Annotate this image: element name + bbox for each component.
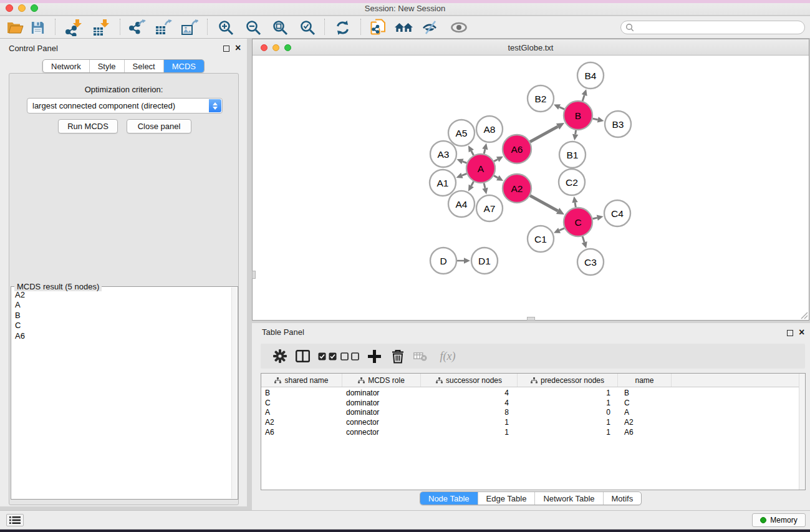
save-session-icon[interactable]: [26, 18, 49, 37]
graph-edge-A-A1[interactable]: [462, 173, 467, 175]
select-all-columns-icon[interactable]: [317, 349, 337, 364]
graph-edge-A-A8[interactable]: [484, 149, 485, 153]
network-graph[interactable]: B4B2BB3A8A5A6A3B1AA1C2A2A4A7C4CC1DD1C3: [253, 56, 809, 320]
graph-edge-B-B1[interactable]: [576, 130, 576, 135]
graph-edge-C-C1[interactable]: [559, 228, 564, 231]
table-cell: 1: [518, 389, 618, 397]
import-table-icon[interactable]: [90, 18, 112, 37]
close-table-panel-icon[interactable]: ×: [799, 329, 804, 336]
open-session-icon[interactable]: [4, 18, 26, 37]
attribute-icon: [274, 377, 281, 384]
graph-node-label-A: A: [478, 163, 485, 174]
column-header-successor-nodes[interactable]: successor nodes: [421, 374, 518, 387]
graph-edge-A-A4[interactable]: [471, 181, 474, 186]
graph-edge-A2-C[interactable]: [530, 196, 558, 211]
graph-edge-A6-B[interactable]: [530, 127, 558, 142]
column-header-name[interactable]: name: [618, 374, 672, 387]
canvas-left-scroll-thumb[interactable]: [252, 271, 256, 279]
node-table-scrollbar[interactable]: [799, 374, 805, 490]
tab-select[interactable]: Select: [124, 60, 163, 72]
zoom-fit-icon[interactable]: [269, 18, 291, 37]
mcds-result-item[interactable]: A2: [12, 290, 231, 300]
close-panel-button[interactable]: Close panel: [127, 119, 191, 133]
graph-edge-B-B3[interactable]: [592, 118, 597, 120]
tab-style[interactable]: Style: [89, 60, 124, 72]
select-stepper-icon[interactable]: [209, 99, 221, 112]
memory-button[interactable]: Memory: [752, 513, 806, 527]
graph-edge-C-C2[interactable]: [575, 203, 576, 208]
table-cell: 1: [518, 428, 618, 437]
export-image-icon[interactable]: [178, 18, 201, 37]
resize-grip-icon[interactable]: [799, 311, 808, 319]
network-window-titlebar[interactable]: testGlobe.txt: [253, 39, 809, 56]
column-header-mcds-role[interactable]: MCDS role: [342, 374, 421, 387]
table-row[interactable]: A2connector11A2: [261, 417, 799, 427]
optimization-criterion-value: largest connected component (directed): [32, 101, 175, 110]
graph-edge-A-A3[interactable]: [463, 162, 467, 163]
hide-selected-icon[interactable]: [419, 18, 441, 37]
table-settings-gear-icon[interactable]: [270, 349, 290, 364]
optimization-criterion-select[interactable]: largest connected component (directed): [27, 98, 223, 114]
refresh-icon[interactable]: [331, 18, 354, 37]
search-input[interactable]: [634, 22, 804, 33]
table-row[interactable]: Adominator80A: [261, 408, 799, 418]
zoom-in-icon[interactable]: [215, 18, 237, 37]
table-row[interactable]: A6connector11A6: [261, 427, 799, 437]
tab-motifs[interactable]: Motifs: [603, 492, 642, 505]
task-history-button[interactable]: [6, 514, 24, 526]
table-cell: B: [261, 389, 342, 397]
function-builder-icon[interactable]: f(x): [434, 349, 461, 364]
graph-edge-A-A7[interactable]: [484, 183, 485, 188]
table-row[interactable]: Cdominator41C: [261, 398, 799, 408]
homes-icon[interactable]: [393, 18, 415, 37]
tab-edge-table[interactable]: Edge Table: [478, 492, 535, 505]
zoom-out-icon[interactable]: [242, 18, 264, 37]
graph-edge-A-A5[interactable]: [471, 151, 474, 155]
tab-network-table[interactable]: Network Table: [534, 492, 602, 505]
mcds-result-item[interactable]: A6: [12, 331, 231, 341]
delete-column-icon[interactable]: [388, 349, 408, 364]
show-all-icon[interactable]: [448, 18, 470, 37]
network-canvas[interactable]: B4B2BB3A8A5A6A3B1AA1C2A2A4A7C4CC1DD1C3: [253, 56, 809, 320]
graph-edge-A-A2[interactable]: [494, 176, 498, 178]
mcds-result-scrollbar[interactable]: [231, 288, 237, 498]
float-table-panel-icon[interactable]: [787, 330, 793, 336]
attribute-icon: [358, 377, 365, 384]
mcds-result-item[interactable]: A: [12, 300, 231, 310]
new-network-from-selection-icon[interactable]: [367, 18, 390, 37]
canvas-bottom-scroll-thumb[interactable]: [527, 317, 535, 321]
export-table-icon[interactable]: [152, 18, 175, 37]
import-network-icon[interactable]: [62, 18, 85, 37]
graph-edge-C-C3[interactable]: [582, 236, 584, 243]
graph-edge-C-C4[interactable]: [592, 218, 597, 219]
column-header-shared-name[interactable]: shared name: [261, 374, 342, 387]
desktop-background: [0, 530, 810, 532]
graph-edge-A-A6[interactable]: [494, 159, 498, 161]
zoom-selected-icon[interactable]: [296, 18, 319, 37]
memory-status-icon: [760, 517, 766, 523]
graph-edge-B-B4[interactable]: [582, 95, 584, 101]
network-window-title: testGlobe.txt: [253, 43, 809, 52]
close-panel-icon[interactable]: ×: [235, 44, 241, 52]
tab-network[interactable]: Network: [43, 60, 89, 72]
float-panel-icon[interactable]: [223, 46, 229, 52]
search-box[interactable]: [620, 21, 805, 34]
table-cell: 8: [421, 408, 518, 417]
tab-node-table[interactable]: Node Table: [420, 492, 478, 505]
run-mcds-button[interactable]: Run MCDS: [58, 119, 118, 133]
mcds-result-item[interactable]: B: [12, 311, 231, 321]
column-header-predecessor-nodes[interactable]: predecessor nodes: [518, 374, 618, 387]
table-row[interactable]: Bdominator41B: [261, 388, 799, 398]
graph-edge-B-B2[interactable]: [559, 107, 564, 110]
mcds-result-list[interactable]: A2ABCA6: [12, 290, 231, 498]
graph-edge-arrow: [582, 89, 587, 96]
show-column-panel-icon[interactable]: [292, 349, 312, 364]
unselect-all-columns-icon[interactable]: [340, 349, 360, 364]
mcds-result-item[interactable]: C: [12, 321, 231, 331]
graph-node-label-C1: C1: [534, 234, 547, 244]
create-column-icon[interactable]: [364, 349, 384, 364]
tab-mcds[interactable]: MCDS: [163, 60, 204, 72]
status-bar: Memory: [0, 510, 810, 529]
delete-table-icon[interactable]: [410, 349, 430, 364]
export-network-icon[interactable]: [126, 18, 148, 37]
